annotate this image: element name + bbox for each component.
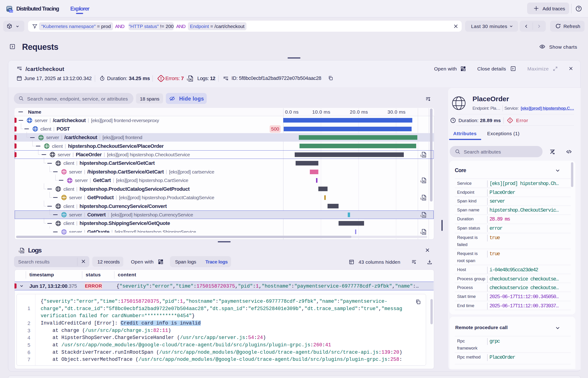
svg-text:LOG: LOG bbox=[187, 78, 193, 81]
svg-text:NEW: NEW bbox=[9, 10, 13, 12]
svg-text:LOG: LOG bbox=[420, 231, 426, 234]
svg-text:LOG: LOG bbox=[420, 197, 426, 200]
svg-text:LOG: LOG bbox=[420, 180, 426, 183]
svg-text:LOG: LOG bbox=[19, 250, 24, 253]
